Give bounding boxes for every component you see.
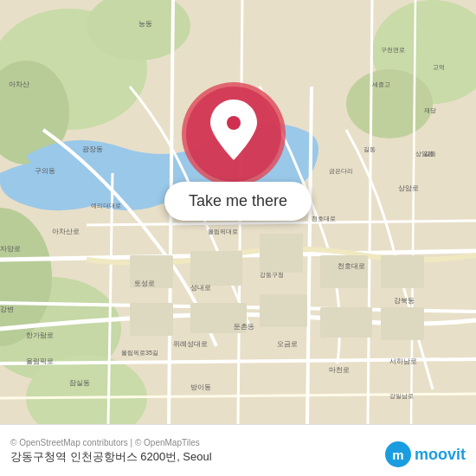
svg-text:한가람로: 한가람로 — [26, 331, 54, 339]
svg-text:올림픽대로: 올림픽대로 — [208, 228, 238, 235]
svg-text:구의동: 구의동 — [35, 167, 55, 175]
moovit-icon: m — [385, 441, 411, 467]
svg-text:광장동: 광장동 — [82, 145, 103, 153]
map-container[interactable]: 광장동 구의동 아차산로 토성로 성내로 강동구청 천호대로 강북동 상암로 금… — [0, 0, 476, 424]
svg-text:재당: 재당 — [424, 107, 436, 113]
svg-text:방이동: 방이동 — [190, 383, 211, 391]
svg-text:성내로: 성내로 — [190, 284, 211, 292]
svg-text:강변: 강변 — [0, 306, 14, 313]
button-container: Take me there — [164, 182, 312, 221]
svg-text:위례성대로: 위례성대로 — [173, 340, 208, 348]
svg-point-67 — [227, 116, 241, 130]
svg-rect-20 — [190, 251, 242, 286]
svg-text:강북동: 강북동 — [394, 297, 415, 305]
svg-text:길동: 길동 — [424, 151, 436, 157]
svg-text:올림픽로35길: 올림픽로35길 — [121, 350, 158, 357]
svg-text:전호대로: 전호대로 — [312, 215, 336, 222]
svg-text:고덕: 고덕 — [433, 64, 445, 71]
svg-text:잠실동: 잠실동 — [69, 379, 90, 387]
svg-text:예리더대로: 예리더대로 — [91, 203, 121, 209]
svg-text:세종고: 세종고 — [372, 81, 390, 87]
app: 광장동 구의동 아차산로 토성로 성내로 강동구청 천호대로 강북동 상암로 금… — [0, 0, 476, 476]
svg-rect-26 — [381, 255, 424, 288]
svg-text:강동구청: 강동구청 — [260, 272, 284, 278]
svg-text:길동: 길동 — [363, 146, 376, 152]
svg-text:올림픽로: 올림픽로 — [26, 357, 54, 365]
svg-rect-24 — [260, 294, 307, 327]
svg-text:아차산: 아차산 — [9, 80, 29, 88]
moovit-logo: m moovit — [385, 441, 466, 467]
svg-text:아차산로: 아차산로 — [52, 228, 80, 235]
svg-text:강일남로: 강일남로 — [389, 393, 414, 400]
svg-text:금은다리: 금은다리 — [329, 168, 353, 175]
svg-text:마천로: 마천로 — [329, 366, 350, 374]
svg-text:서하남로: 서하남로 — [389, 357, 417, 365]
svg-point-5 — [346, 69, 433, 138]
svg-rect-29 — [130, 303, 173, 336]
svg-text:자양로: 자양로 — [0, 245, 21, 253]
svg-text:능동: 능동 — [138, 20, 152, 28]
svg-text:상암로: 상암로 — [398, 184, 419, 192]
svg-rect-27 — [381, 307, 424, 340]
svg-text:토성로: 토성로 — [134, 280, 155, 287]
svg-text:둔촌동: 둔촌동 — [234, 323, 254, 331]
svg-text:천호대로: 천호대로 — [338, 262, 365, 270]
svg-text:오금로: 오금로 — [277, 340, 298, 348]
svg-rect-25 — [320, 307, 372, 338]
bottom-bar: © OpenStreetMap contributors | © OpenMap… — [0, 424, 476, 476]
svg-rect-22 — [320, 255, 368, 288]
take-me-there-button[interactable]: Take me there — [164, 182, 312, 221]
moovit-text: moovit — [415, 446, 466, 464]
svg-text:구천면로: 구천면로 — [381, 47, 405, 53]
svg-rect-21 — [260, 234, 303, 273]
